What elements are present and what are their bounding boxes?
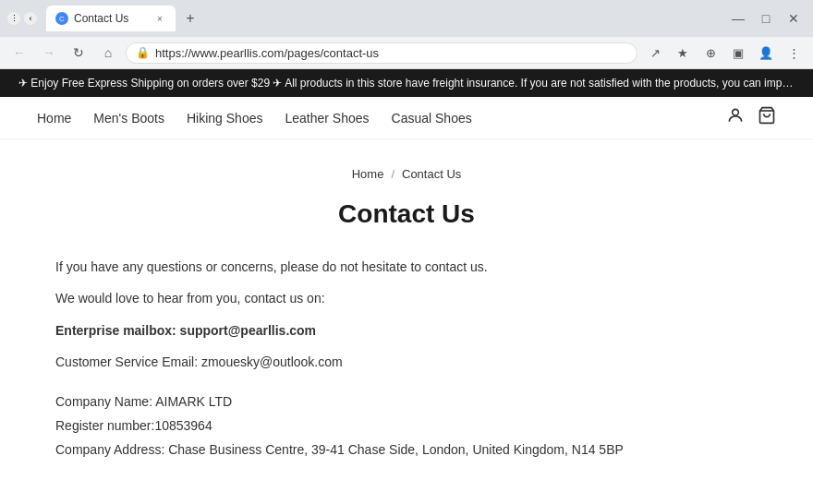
address-bar-row: ← → ↻ ⌂ 🔒 https://www.pearllis.com/pages… [0, 37, 813, 68]
refresh-btn[interactable]: ↻ [67, 41, 91, 65]
browser-prev-tab[interactable]: ‹ [24, 12, 37, 25]
address-bar[interactable]: 🔒 https://www.pearllis.com/pages/contact… [126, 42, 637, 64]
site-header: Home Men's Boots Hiking Shoes Leather Sh… [0, 97, 813, 139]
restore-window-btn[interactable]: □ [754, 6, 778, 30]
main-nav: Home Men's Boots Hiking Shoes Leather Sh… [37, 111, 472, 126]
home-btn[interactable]: ⌂ [96, 41, 120, 65]
company-info-block: Company Name: AIMARK LTD Register number… [55, 391, 758, 461]
toolbar-icons: ↗ ★ ⊕ ▣ 👤 ⋮ [643, 41, 806, 65]
page-title: Contact Us [37, 199, 776, 229]
intro-text-1: If you have any questions or concerns, p… [55, 257, 758, 277]
url-text: https://www.pearllis.com/pages/contact-u… [155, 46, 627, 60]
account-header-btn[interactable] [726, 106, 745, 129]
forward-btn[interactable]: → [37, 41, 61, 65]
minimize-window-btn[interactable]: — [726, 6, 750, 30]
customer-service-email: Customer Service Email: zmouesky@outlook… [55, 352, 758, 372]
svg-point-0 [733, 109, 739, 115]
breadcrumb-separator: / [391, 167, 394, 181]
company-address: Company Address: Chase Business Centre, … [55, 439, 758, 460]
nav-hiking-shoes[interactable]: Hiking Shoes [187, 111, 263, 126]
breadcrumb-home[interactable]: Home [352, 167, 384, 181]
account-icon[interactable]: 👤 [754, 41, 778, 65]
close-window-btn[interactable]: ✕ [782, 6, 806, 30]
tab-close-btn[interactable]: × [153, 12, 166, 25]
window-controls: ⋮ ‹ [7, 12, 37, 25]
register-number: Register number:10853964 [55, 415, 758, 436]
nav-leather-shoes[interactable]: Leather Shoes [285, 111, 369, 126]
profile-icon[interactable]: ▣ [726, 41, 750, 65]
header-icons [726, 106, 776, 129]
contact-body: If you have any questions or concerns, p… [55, 257, 758, 461]
breadcrumb-current: Contact Us [402, 167, 461, 181]
active-tab[interactable]: C Contact Us × [46, 6, 176, 31]
cart-header-btn[interactable] [758, 106, 776, 129]
bookmark-icon[interactable]: ★ [671, 41, 695, 65]
browser-more-btn[interactable]: ⋮ [7, 12, 20, 25]
menu-icon[interactable]: ⋮ [782, 41, 806, 65]
cast-icon[interactable]: ↗ [643, 41, 667, 65]
main-content: Home / Contact Us Contact Us If you have… [0, 139, 813, 501]
company-name: Company Name: AIMARK LTD [55, 391, 758, 412]
back-btn[interactable]: ← [7, 41, 31, 65]
tab-title: Contact Us [74, 12, 128, 25]
tab-bar: C Contact Us × + [46, 6, 201, 31]
browser-top-bar: ⋮ ‹ C Contact Us × + — □ ✕ [0, 0, 813, 37]
tab-favicon: C [55, 12, 68, 25]
nav-casual-shoes[interactable]: Casual Shoes [392, 111, 472, 126]
intro-text-2: We would love to hear from you, contact … [55, 288, 758, 308]
breadcrumb: Home / Contact Us [37, 167, 776, 181]
new-tab-btn[interactable]: + [179, 7, 201, 30]
browser-chrome: ⋮ ‹ C Contact Us × + — □ ✕ ← → ↻ ⌂ 🔒 htt… [0, 0, 813, 69]
enterprise-mailbox: Enterprise mailbox: support@pearllis.com [55, 320, 758, 341]
announcement-text: ✈ Enjoy Free Express Shipping on orders … [18, 77, 813, 90]
nav-home[interactable]: Home [37, 111, 71, 126]
lock-icon: 🔒 [136, 46, 150, 59]
nav-mens-boots[interactable]: Men's Boots [93, 111, 164, 126]
announcement-bar: ✈ Enjoy Free Express Shipping on orders … [0, 69, 813, 97]
extension-icon[interactable]: ⊕ [698, 41, 722, 65]
